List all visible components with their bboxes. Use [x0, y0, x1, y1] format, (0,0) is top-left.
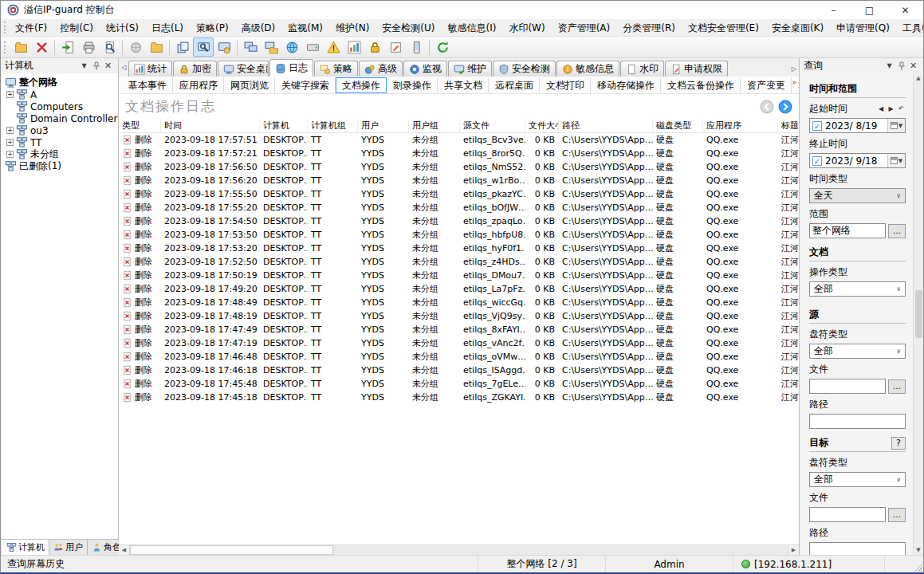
print-icon[interactable]: [78, 37, 99, 57]
tab-scroll-right[interactable]: ▷: [792, 65, 796, 73]
menu-item-14[interactable]: 文档安全管理(E): [682, 19, 765, 37]
source-path-input[interactable]: [809, 414, 906, 429]
column-header-计算机[interactable]: 计算机: [260, 119, 308, 132]
target-disk-select[interactable]: 全部 ∨: [809, 472, 906, 487]
export-icon[interactable]: [57, 37, 78, 57]
column-header-源文件[interactable]: 源文件: [460, 119, 525, 132]
menu-item-3[interactable]: 统计(S): [100, 19, 145, 37]
scrollbar-track[interactable]: [333, 545, 788, 555]
tree-item-整个网络[interactable]: 整个网络: [1, 77, 118, 88]
menu-item-2[interactable]: 控制(C): [53, 19, 100, 37]
scroll-right-icon[interactable]: ▶: [788, 545, 799, 555]
scroll-up-icon[interactable]: ▲: [916, 75, 920, 81]
subtab-文档操作[interactable]: 文档操作: [336, 77, 387, 93]
note-edit-icon[interactable]: [385, 37, 406, 57]
column-header-标题[interactable]: 标题: [778, 119, 799, 132]
target-file-browse-button[interactable]: …: [888, 508, 906, 522]
subtab-关键字搜索[interactable]: 关键字搜索: [275, 77, 336, 93]
table-row[interactable]: 删除2023-09-18 17:48:49DESKTOP…TTYYDS未分组et…: [119, 296, 799, 309]
sidebar-tab-用户[interactable]: 用户: [49, 540, 88, 555]
column-header-路径[interactable]: 路径: [559, 119, 653, 132]
subtab-资产变更[interactable]: 资产变更: [741, 77, 792, 93]
source-file-input[interactable]: [809, 379, 886, 394]
menu-item-5[interactable]: 策略(P): [190, 19, 235, 37]
back-circle-icon[interactable]: [760, 100, 774, 114]
tab-策略[interactable]: 策略: [314, 61, 358, 77]
scrollbar-thumb[interactable]: [130, 545, 333, 555]
tab-水印[interactable]: 水印: [620, 61, 664, 77]
screen-control-icon[interactable]: [214, 37, 234, 57]
tab-监视[interactable]: 监视: [403, 61, 447, 77]
table-row[interactable]: 删除2023-09-18 17:55:20DESKTOP…TTYYDS未分组et…: [119, 201, 799, 214]
menu-item-9[interactable]: 安全检测(U): [375, 19, 441, 37]
refresh-icon[interactable]: [432, 37, 453, 57]
table-row[interactable]: 删除2023-09-18 17:53:20DESKTOP…TTYYDS未分组et…: [119, 242, 799, 255]
subtab-刻录操作[interactable]: 刻录操作: [387, 77, 438, 93]
subtab-应用程序[interactable]: 应用程序: [173, 77, 224, 93]
menu-item-12[interactable]: 资产管理(A): [552, 19, 617, 37]
toolbar-grip[interactable]: [4, 41, 7, 53]
menu-item-17[interactable]: 工具(T): [896, 19, 924, 37]
folder-icon[interactable]: [146, 37, 167, 57]
tab-安全桌面[interactable]: 安全桌面: [218, 61, 269, 77]
tree-item-未分组[interactable]: +未分组: [1, 148, 118, 160]
column-header-文件大小[interactable]: 文件大小: [525, 119, 559, 132]
table-row[interactable]: 删除2023-09-18 17:57:21DESKTOP…TTYYDS未分组et…: [119, 147, 799, 160]
menu-item-8[interactable]: 维护(N): [329, 19, 375, 37]
menu-item-1[interactable]: 文件(F): [9, 19, 53, 37]
sidebar-tab-计算机[interactable]: 计算机: [2, 540, 49, 555]
column-header-用户[interactable]: 用户: [358, 119, 409, 132]
open-folder-icon[interactable]: [10, 37, 31, 57]
table-row[interactable]: 删除2023-09-18 17:45:48DESKTOP…TTYYDS未分组et…: [119, 377, 799, 391]
pin-icon[interactable]: [895, 60, 907, 72]
menu-item-13[interactable]: 分类管理(R): [616, 19, 682, 37]
subtab-文档打印[interactable]: 文档打印: [540, 77, 591, 93]
menu-item-10[interactable]: 敏感信息(I): [442, 19, 503, 37]
subtab-共享文档[interactable]: 共享文档: [438, 77, 489, 93]
tree-item-TT[interactable]: +TT: [1, 136, 118, 148]
time-type-select[interactable]: 全天 ∨: [809, 188, 906, 203]
tree-item-A[interactable]: +A: [1, 88, 118, 100]
table-row[interactable]: 删除2023-09-18 17:46:48DESKTOP…TTYYDS未分组et…: [119, 350, 799, 364]
screen-search-icon[interactable]: [193, 37, 214, 57]
tab-申请权限[interactable]: 申请权限: [665, 61, 728, 77]
table-row[interactable]: 删除2023-09-18 17:45:18DESKTOP…TTYYDS未分组et…: [119, 391, 799, 404]
menu-item-7[interactable]: 监视(M): [281, 19, 329, 37]
tree-item-Computers[interactable]: Computers: [1, 100, 118, 112]
table-row[interactable]: 删除2023-09-18 17:47:19DESKTOP…TTYYDS未分组et…: [119, 336, 799, 350]
menu-item-4[interactable]: 日志(L): [145, 19, 190, 37]
maximize-button[interactable]: □: [851, 1, 887, 19]
help-button[interactable]: ?: [891, 437, 906, 450]
computers-icon[interactable]: [240, 37, 261, 57]
resize-grip[interactable]: [914, 563, 922, 572]
expand-icon[interactable]: +: [6, 91, 14, 98]
scrollbar-thumb[interactable]: [915, 290, 922, 338]
range-input[interactable]: [809, 223, 886, 238]
panel-close-icon[interactable]: ✕: [907, 60, 919, 72]
drive-icon[interactable]: [302, 37, 323, 57]
mouse-icon[interactable]: [125, 37, 146, 57]
table-row[interactable]: 删除2023-09-18 17:52:50DESKTOP…TTYYDS未分组et…: [119, 255, 799, 269]
tab-维护[interactable]: 维护: [448, 61, 492, 77]
column-header-用户组[interactable]: 用户组: [409, 119, 460, 132]
tab-安全检测[interactable]: 安全检测: [493, 61, 556, 77]
end-date-field[interactable]: ✓ 2023/ 9/18 ▼: [809, 153, 906, 168]
delete-icon[interactable]: [31, 37, 52, 57]
target-path-input[interactable]: [809, 542, 906, 555]
end-date-checkbox[interactable]: ✓: [812, 156, 822, 166]
table-row[interactable]: 删除2023-09-18 17:56:20DESKTOP…TTYYDS未分组et…: [119, 174, 799, 187]
calendar-icon[interactable]: ▼: [887, 154, 905, 167]
scroll-left-icon[interactable]: ◀: [119, 545, 130, 555]
tab-日志[interactable]: 日志: [269, 59, 313, 77]
network-globe-icon[interactable]: [281, 37, 302, 57]
range-browse-button[interactable]: …: [888, 224, 906, 238]
alert-icon[interactable]: [323, 37, 344, 57]
subtab-文档云备份操作[interactable]: 文档云备份操作: [661, 77, 741, 93]
start-date-field[interactable]: ✓ 2023/ 8/19 ▼: [809, 118, 906, 133]
subtab-远程桌面[interactable]: 远程桌面: [489, 77, 540, 93]
source-file-browse-button[interactable]: …: [888, 379, 906, 394]
table-row[interactable]: 删除2023-09-18 17:56:50DESKTOP…TTYYDS未分组et…: [119, 160, 799, 174]
operation-type-select[interactable]: 全部 ∨: [809, 281, 906, 297]
computer-folder-icon[interactable]: [261, 37, 281, 57]
subtab-移动存储操作[interactable]: 移动存储操作: [591, 77, 661, 93]
